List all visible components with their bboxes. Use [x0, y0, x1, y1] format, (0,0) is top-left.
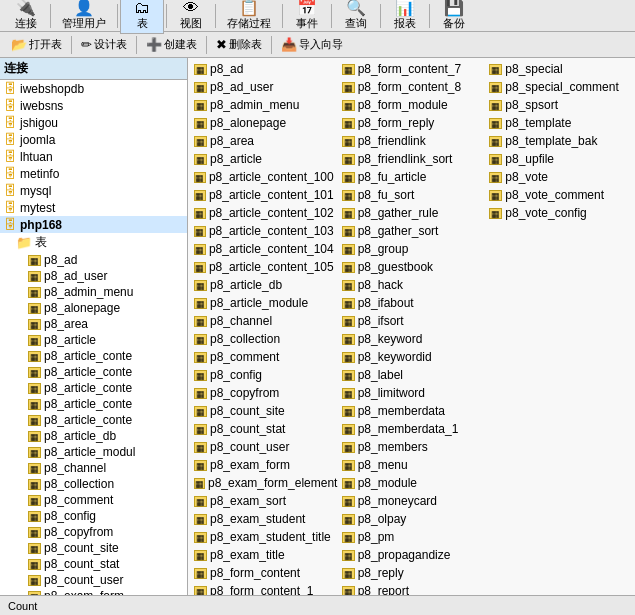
sidebar-table-item[interactable]: ▦p8_area	[0, 316, 187, 332]
table-grid-item[interactable]	[485, 546, 633, 564]
table-grid-item[interactable]: ▦p8_keywordid	[338, 348, 486, 366]
sidebar-item-mysql[interactable]: 🗄 mysql	[0, 182, 187, 199]
toolbar-connect[interactable]: 🔌 连接	[4, 0, 48, 34]
table-grid-item[interactable]: ▦p8_exam_form_element	[190, 474, 338, 492]
table-grid-item[interactable]: ▦p8_ad_user	[190, 78, 338, 96]
table-grid-item[interactable]	[485, 492, 633, 510]
sidebar-item-jshigou[interactable]: 🗄 jshigou	[0, 114, 187, 131]
table-grid-item[interactable]: ▦p8_exam_student_title	[190, 528, 338, 546]
content-area[interactable]: ▦p8_ad▦p8_form_content_7▦p8_special▦p8_a…	[188, 58, 635, 615]
table-grid-item[interactable]: ▦p8_upfile	[485, 150, 633, 168]
table-grid-item[interactable]	[485, 348, 633, 366]
table-grid-item[interactable]: ▦p8_exam_sort	[190, 492, 338, 510]
table-grid-item[interactable]: ▦p8_special	[485, 60, 633, 78]
table-grid-item[interactable]: ▦p8_template_bak	[485, 132, 633, 150]
sidebar-table-item[interactable]: ▦p8_count_user	[0, 572, 187, 588]
sidebar-table-item[interactable]: ▦p8_article_db	[0, 428, 187, 444]
table-grid-item[interactable]	[485, 294, 633, 312]
sidebar-table-item[interactable]: ▦p8_config	[0, 508, 187, 524]
sidebar-table-item[interactable]: ▦p8_article_conte	[0, 380, 187, 396]
sidebar-table-item[interactable]: ▦p8_count_stat	[0, 556, 187, 572]
table-grid-item[interactable]: ▦p8_article	[190, 150, 338, 168]
sidebar-table-item[interactable]: ▦p8_admin_menu	[0, 284, 187, 300]
table-grid-item[interactable]: ▦p8_form_module	[338, 96, 486, 114]
sidebar-table-item[interactable]: ▦p8_alonepage	[0, 300, 187, 316]
table-grid-item[interactable]	[485, 240, 633, 258]
table-grid-item[interactable]: ▦p8_members	[338, 438, 486, 456]
table-grid-item[interactable]: ▦p8_fu_article	[338, 168, 486, 186]
table-grid-item[interactable]	[485, 564, 633, 582]
sidebar-table-item[interactable]: ▦p8_article_conte	[0, 396, 187, 412]
toolbar-backup[interactable]: 💾 备份	[432, 0, 476, 34]
toolbar-report[interactable]: 📊 报表	[383, 0, 427, 34]
table-grid-item[interactable]: ▦p8_form_content_7	[338, 60, 486, 78]
table-grid-item[interactable]	[485, 276, 633, 294]
sidebar-table-item[interactable]: ▦p8_count_site	[0, 540, 187, 556]
table-grid-item[interactable]: ▦p8_count_site	[190, 402, 338, 420]
table-grid-item[interactable]: ▦p8_count_user	[190, 438, 338, 456]
sidebar-table-item[interactable]: ▦p8_article_conte	[0, 348, 187, 364]
sidebar-table-item[interactable]: ▦p8_article_conte	[0, 412, 187, 428]
table-grid-item[interactable]	[485, 330, 633, 348]
table-grid-item[interactable]: ▦p8_article_content_105	[190, 258, 338, 276]
sidebar-item-mytest[interactable]: 🗄 mytest	[0, 199, 187, 216]
table-grid-item[interactable]: ▦p8_vote	[485, 168, 633, 186]
table-grid-item[interactable]: ▦p8_menu	[338, 456, 486, 474]
sidebar[interactable]: 连接 🗄 iwebshopdb 🗄 iwebsns 🗄 jshigou 🗄 jo…	[0, 58, 188, 615]
table-grid-item[interactable]: ▦p8_area	[190, 132, 338, 150]
import-wizard-btn[interactable]: 📥 导入向导	[274, 34, 350, 56]
table-grid-item[interactable]: ▦p8_article_content_104	[190, 240, 338, 258]
table-grid-item[interactable]: ▦p8_memberdata	[338, 402, 486, 420]
table-grid-item[interactable]: ▦p8_friendlink_sort	[338, 150, 486, 168]
table-grid-item[interactable]: ▦p8_article_db	[190, 276, 338, 294]
table-grid-item[interactable]: ▦p8_exam_student	[190, 510, 338, 528]
table-grid-item[interactable]: ▦p8_label	[338, 366, 486, 384]
table-grid-item[interactable]	[485, 312, 633, 330]
table-grid-item[interactable]: ▦p8_fu_sort	[338, 186, 486, 204]
sidebar-table-item[interactable]: ▦p8_collection	[0, 476, 187, 492]
sidebar-table-item[interactable]: ▦p8_article_modul	[0, 444, 187, 460]
table-grid-item[interactable]	[485, 384, 633, 402]
table-grid-item[interactable]: ▦p8_article_content_102	[190, 204, 338, 222]
table-grid-item[interactable]: ▦p8_limitword	[338, 384, 486, 402]
sidebar-table-item[interactable]: ▦p8_comment	[0, 492, 187, 508]
table-grid-item[interactable]	[485, 456, 633, 474]
table-grid-item[interactable]	[485, 366, 633, 384]
table-grid-item[interactable]: ▦p8_config	[190, 366, 338, 384]
toolbar-query[interactable]: 🔍 查询	[334, 0, 378, 34]
sidebar-item-lhtuan[interactable]: 🗄 lhtuan	[0, 148, 187, 165]
table-grid-item[interactable]: ▦p8_spsort	[485, 96, 633, 114]
toolbar-event[interactable]: 📅 事件	[285, 0, 329, 34]
sidebar-item-joomla[interactable]: 🗄 joomla	[0, 131, 187, 148]
sidebar-item-metinfo[interactable]: 🗄 metinfo	[0, 165, 187, 182]
table-grid-item[interactable]: ▦p8_article_content_101	[190, 186, 338, 204]
sidebar-table-item[interactable]: ▦p8_article_conte	[0, 364, 187, 380]
table-grid-item[interactable]: ▦p8_gather_sort	[338, 222, 486, 240]
sidebar-item-php168[interactable]: 🗄 php168	[0, 216, 187, 233]
table-grid-item[interactable]	[485, 510, 633, 528]
table-grid-item[interactable]: ▦p8_propagandize	[338, 546, 486, 564]
table-grid-item[interactable]: ▦p8_form_content	[190, 564, 338, 582]
table-grid-item[interactable]	[485, 528, 633, 546]
table-grid-item[interactable]: ▦p8_article_module	[190, 294, 338, 312]
table-grid-item[interactable]: ▦p8_alonepage	[190, 114, 338, 132]
sidebar-item-iwebsns[interactable]: 🗄 iwebsns	[0, 97, 187, 114]
table-grid-item[interactable]: ▦p8_memberdata_1	[338, 420, 486, 438]
table-grid-item[interactable]: ▦p8_exam_title	[190, 546, 338, 564]
table-grid-item[interactable]	[485, 402, 633, 420]
table-grid-item[interactable]: ▦p8_special_comment	[485, 78, 633, 96]
toolbar-manage-users[interactable]: 👤 管理用户	[53, 0, 115, 34]
table-grid-item[interactable]: ▦p8_comment	[190, 348, 338, 366]
table-grid-item[interactable]: ▦p8_form_reply	[338, 114, 486, 132]
open-table-btn[interactable]: 📂 打开表	[4, 34, 69, 56]
table-grid-item[interactable]: ▦p8_group	[338, 240, 486, 258]
table-grid-item[interactable]: ▦p8_channel	[190, 312, 338, 330]
table-grid-item[interactable]: ▦p8_admin_menu	[190, 96, 338, 114]
create-table-btn[interactable]: ➕ 创建表	[139, 34, 204, 56]
table-grid-item[interactable]: ▦p8_ad	[190, 60, 338, 78]
table-grid-item[interactable]: ▦p8_pm	[338, 528, 486, 546]
sidebar-item-tables-folder[interactable]: 📁 表	[0, 233, 187, 252]
toolbar-view[interactable]: 👁 视图	[169, 0, 213, 34]
table-grid-item[interactable]: ▦p8_guestbook	[338, 258, 486, 276]
sidebar-table-item[interactable]: ▦p8_channel	[0, 460, 187, 476]
